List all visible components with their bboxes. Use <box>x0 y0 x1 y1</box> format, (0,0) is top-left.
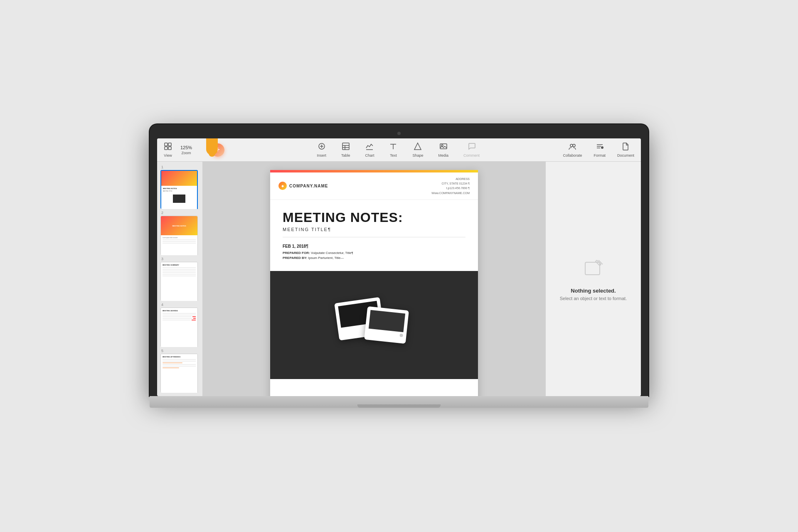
slide-thumb-4[interactable]: 4 MEETING AGENDA <box>160 303 199 347</box>
svg-rect-15 <box>440 144 447 149</box>
text-icon <box>389 142 397 153</box>
chart-button[interactable]: Chart <box>362 140 377 159</box>
svg-rect-0 <box>165 143 167 146</box>
phone: t.p123.456.7890 ¶ <box>431 186 470 190</box>
content-area: 1 MEETING NOTES: MEETING TITLE <box>157 162 641 396</box>
insert-label: Insert <box>317 153 326 158</box>
media-label: Media <box>438 153 448 158</box>
company-logo: ◆ COMPANY.NAME <box>278 182 328 190</box>
right-panel: Nothing selected. Select an object or te… <box>545 162 641 396</box>
comment-icon <box>468 142 476 153</box>
slide-thumb-3[interactable]: 3 MEETING SUMMARY <box>160 257 199 301</box>
meeting-subtitle: MEETING TITLE¶ <box>283 227 466 237</box>
zoom-value: 125% <box>180 145 192 150</box>
text-label: Text <box>390 153 397 158</box>
logo-icon: ◆ <box>278 182 287 190</box>
website: Www.COMPANYNAME.COM <box>431 191 470 195</box>
laptop-frame: + View 125% Zoom <box>150 124 648 408</box>
meeting-title: MEETING NOTES: <box>283 210 466 225</box>
collaborate-button[interactable]: Collaborate <box>560 140 584 159</box>
camera <box>397 132 401 135</box>
svg-rect-20 <box>585 262 600 275</box>
collaborate-label: Collaborate <box>563 153 582 158</box>
page-top-bar: ◆ COMPANY.NAME ADDRESS CITY, STATE 01234… <box>270 172 478 200</box>
slide-preview-2: MEETING NOTES Lorem ipsum dolor sit amet <box>160 216 198 255</box>
toolbar-center: Insert Table Chart <box>236 140 560 159</box>
insert-icon <box>318 142 326 153</box>
svg-point-17 <box>570 144 573 147</box>
svg-rect-2 <box>165 147 167 150</box>
page-canvas: ◆ COMPANY.NAME ADDRESS CITY, STATE 01234… <box>270 170 478 396</box>
shape-icon <box>414 142 422 153</box>
svg-rect-1 <box>168 143 171 146</box>
photo-dot-2 <box>399 333 403 337</box>
prepared-for-value: Vulputate Consectetur, Title¶ <box>311 251 353 255</box>
page-dark-section <box>270 271 478 379</box>
company-contact: ADDRESS CITY, STATE 01234 ¶ t.p123.456.7… <box>431 177 470 195</box>
toolbar-left: View 125% Zoom <box>161 140 236 159</box>
document-button[interactable]: Document <box>615 140 637 159</box>
screen-bezel: + View 125% Zoom <box>150 124 648 396</box>
view-label: View <box>164 153 172 158</box>
insert-button[interactable]: Insert <box>314 140 329 159</box>
chart-icon <box>365 142 374 153</box>
view-icon <box>164 142 172 153</box>
slides-sidebar: 1 MEETING NOTES: MEETING TITLE <box>157 162 203 396</box>
screen: + View 125% Zoom <box>157 138 641 396</box>
slide-preview-1: MEETING NOTES: MEETING TITLE <box>160 170 198 209</box>
svg-rect-3 <box>168 147 171 150</box>
slide-thumb-5[interactable]: 5 MEETING ATTENDEES <box>160 349 199 393</box>
address-line1: ADDRESS <box>431 177 470 181</box>
svg-point-19 <box>601 146 603 149</box>
toolbar: + View 125% Zoom <box>157 138 641 162</box>
prepared-by-value: Ipsum Parturient, Title— <box>308 256 344 260</box>
prepared-for-field: PREPARED FOR: Vulputate Consectetur, Tit… <box>283 251 466 255</box>
laptop-base <box>150 396 648 408</box>
toolbar-right: Collaborate Format Documen <box>560 140 637 159</box>
slide-preview-4: MEETING AGENDA <box>160 308 198 347</box>
slide-thumb-2[interactable]: 2 MEETING NOTES Lorem ipsum dolor sit am… <box>160 211 199 255</box>
media-button[interactable]: Media <box>436 140 451 159</box>
document-icon <box>621 142 630 153</box>
collaborate-icon <box>568 142 576 153</box>
slide-preview-5: MEETING ATTENDEES <box>160 354 198 393</box>
prepared-by-label: PREPARED BY: <box>283 256 307 260</box>
svg-marker-14 <box>414 143 421 150</box>
zoom-button[interactable]: 125% Zoom <box>178 143 195 157</box>
address-line2: CITY, STATE 01234 ¶ <box>431 181 470 186</box>
view-button[interactable]: View <box>161 140 175 159</box>
comment-label: Comment <box>463 153 480 158</box>
shape-button[interactable]: Shape <box>410 140 426 159</box>
prepared-by-field: PREPARED BY: Ipsum Parturient, Title— <box>283 256 466 260</box>
table-label: Table <box>341 153 350 158</box>
chart-label: Chart <box>365 153 374 158</box>
view-zoom-group: View 125% Zoom <box>161 140 195 159</box>
decorative-photos <box>332 292 416 358</box>
svg-rect-7 <box>342 143 349 150</box>
canvas-wrapper[interactable]: ◆ COMPANY.NAME ADDRESS CITY, STATE 01234… <box>203 162 545 396</box>
format-button[interactable]: Format <box>591 140 608 159</box>
text-button[interactable]: Text <box>387 140 400 159</box>
zoom-label: Zoom <box>182 151 191 155</box>
shape-label: Shape <box>412 153 423 158</box>
slide-thumb-1[interactable]: 1 MEETING NOTES: MEETING TITLE <box>160 165 199 209</box>
page-content: MEETING NOTES: MEETING TITLE¶ FEB 1, 201… <box>270 200 478 271</box>
meeting-date: FEB 1, 2018¶ <box>283 244 466 249</box>
table-icon <box>342 142 350 153</box>
format-label: Format <box>594 153 606 158</box>
cursor-indicator <box>206 138 218 155</box>
comment-button[interactable]: Comment <box>461 140 482 159</box>
table-button[interactable]: Table <box>339 140 353 159</box>
document-label: Document <box>617 153 634 158</box>
nothing-selected-title: Nothing selected. <box>571 288 616 294</box>
company-name: COMPANY.NAME <box>289 184 328 188</box>
photo-frame-2 <box>364 306 409 344</box>
svg-point-18 <box>573 144 575 147</box>
media-icon <box>439 142 448 153</box>
slide-preview-3: MEETING SUMMARY <box>160 262 198 301</box>
prepared-for-label: PREPARED FOR: <box>283 251 310 255</box>
nothing-selected-icon <box>581 256 606 283</box>
nothing-selected-desc: Select an object or text to format. <box>560 296 627 302</box>
format-icon <box>596 142 604 153</box>
app-window: + View 125% Zoom <box>157 138 641 396</box>
